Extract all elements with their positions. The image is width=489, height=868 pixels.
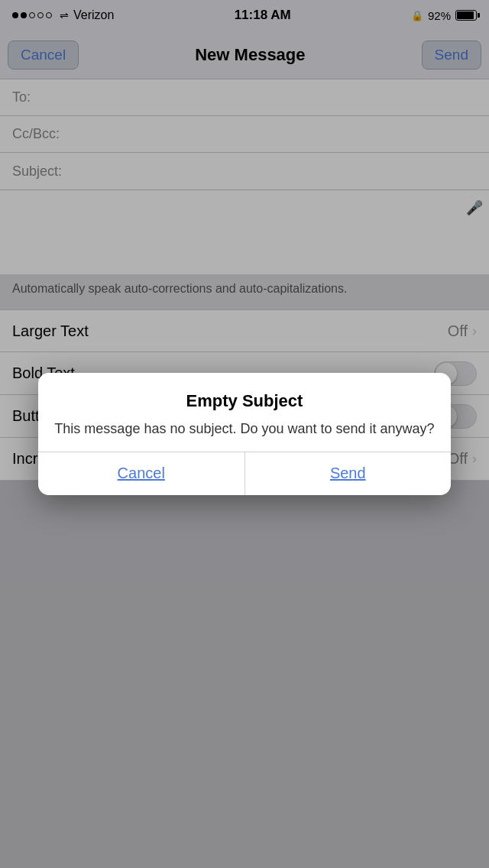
modal-overlay: Empty Subject This message has no subjec… [0,0,489,868]
modal-title: Empty Subject [53,391,436,411]
modal-box: Empty Subject This message has no subjec… [38,373,451,494]
modal-message: This message has no subject. Do you want… [53,419,436,439]
modal-cancel-button[interactable]: Cancel [38,452,245,495]
modal-content: Empty Subject This message has no subjec… [38,373,451,451]
modal-send-button[interactable]: Send [245,452,452,495]
modal-buttons: Cancel Send [38,452,451,495]
